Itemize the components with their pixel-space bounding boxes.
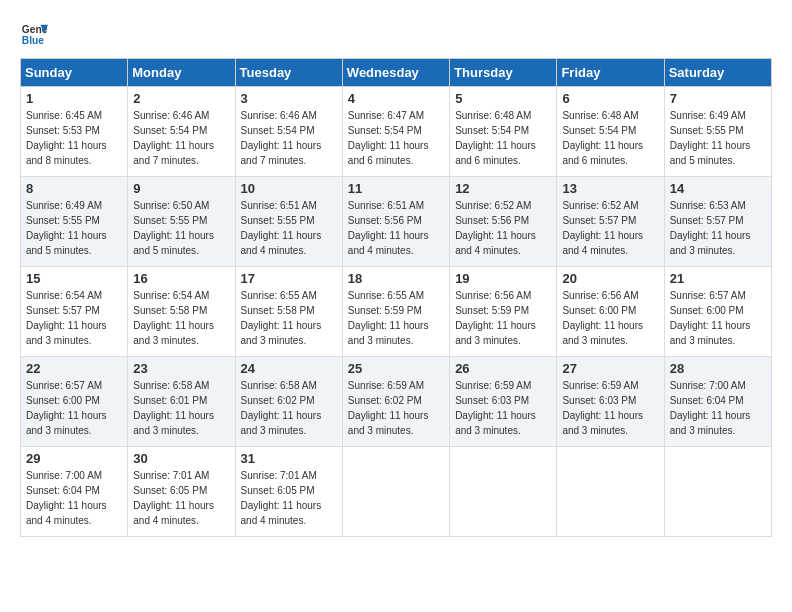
day-number: 9 xyxy=(133,181,229,196)
weekday-header-tuesday: Tuesday xyxy=(235,59,342,87)
day-info: Sunrise: 6:54 AMSunset: 5:58 PMDaylight:… xyxy=(133,288,229,348)
day-info: Sunrise: 6:59 AMSunset: 6:02 PMDaylight:… xyxy=(348,378,444,438)
day-number: 22 xyxy=(26,361,122,376)
calendar-cell: 18 Sunrise: 6:55 AMSunset: 5:59 PMDaylig… xyxy=(342,267,449,357)
day-number: 24 xyxy=(241,361,337,376)
calendar-cell: 28 Sunrise: 7:00 AMSunset: 6:04 PMDaylig… xyxy=(664,357,771,447)
day-number: 26 xyxy=(455,361,551,376)
calendar-week-1: 1 Sunrise: 6:45 AMSunset: 5:53 PMDayligh… xyxy=(21,87,772,177)
calendar-cell: 24 Sunrise: 6:58 AMSunset: 6:02 PMDaylig… xyxy=(235,357,342,447)
day-info: Sunrise: 6:57 AMSunset: 6:00 PMDaylight:… xyxy=(670,288,766,348)
day-number: 3 xyxy=(241,91,337,106)
calendar-cell: 15 Sunrise: 6:54 AMSunset: 5:57 PMDaylig… xyxy=(21,267,128,357)
day-info: Sunrise: 7:00 AMSunset: 6:04 PMDaylight:… xyxy=(26,468,122,528)
day-number: 11 xyxy=(348,181,444,196)
weekday-header-thursday: Thursday xyxy=(450,59,557,87)
day-number: 29 xyxy=(26,451,122,466)
day-number: 8 xyxy=(26,181,122,196)
calendar-cell: 27 Sunrise: 6:59 AMSunset: 6:03 PMDaylig… xyxy=(557,357,664,447)
day-number: 4 xyxy=(348,91,444,106)
calendar-cell: 22 Sunrise: 6:57 AMSunset: 6:00 PMDaylig… xyxy=(21,357,128,447)
calendar-cell: 20 Sunrise: 6:56 AMSunset: 6:00 PMDaylig… xyxy=(557,267,664,357)
day-info: Sunrise: 6:49 AMSunset: 5:55 PMDaylight:… xyxy=(26,198,122,258)
day-info: Sunrise: 6:52 AMSunset: 5:57 PMDaylight:… xyxy=(562,198,658,258)
calendar-table: SundayMondayTuesdayWednesdayThursdayFrid… xyxy=(20,58,772,537)
weekday-header-sunday: Sunday xyxy=(21,59,128,87)
day-info: Sunrise: 6:51 AMSunset: 5:55 PMDaylight:… xyxy=(241,198,337,258)
weekday-header-monday: Monday xyxy=(128,59,235,87)
day-number: 19 xyxy=(455,271,551,286)
day-number: 17 xyxy=(241,271,337,286)
day-number: 23 xyxy=(133,361,229,376)
day-info: Sunrise: 7:01 AMSunset: 6:05 PMDaylight:… xyxy=(133,468,229,528)
day-number: 12 xyxy=(455,181,551,196)
day-number: 31 xyxy=(241,451,337,466)
day-info: Sunrise: 6:45 AMSunset: 5:53 PMDaylight:… xyxy=(26,108,122,168)
weekday-header-friday: Friday xyxy=(557,59,664,87)
day-info: Sunrise: 6:49 AMSunset: 5:55 PMDaylight:… xyxy=(670,108,766,168)
day-info: Sunrise: 6:59 AMSunset: 6:03 PMDaylight:… xyxy=(562,378,658,438)
calendar-cell: 23 Sunrise: 6:58 AMSunset: 6:01 PMDaylig… xyxy=(128,357,235,447)
day-info: Sunrise: 6:55 AMSunset: 5:58 PMDaylight:… xyxy=(241,288,337,348)
calendar-body: 1 Sunrise: 6:45 AMSunset: 5:53 PMDayligh… xyxy=(21,87,772,537)
day-info: Sunrise: 6:52 AMSunset: 5:56 PMDaylight:… xyxy=(455,198,551,258)
day-info: Sunrise: 6:55 AMSunset: 5:59 PMDaylight:… xyxy=(348,288,444,348)
day-info: Sunrise: 6:56 AMSunset: 6:00 PMDaylight:… xyxy=(562,288,658,348)
calendar-week-4: 22 Sunrise: 6:57 AMSunset: 6:00 PMDaylig… xyxy=(21,357,772,447)
day-info: Sunrise: 6:58 AMSunset: 6:01 PMDaylight:… xyxy=(133,378,229,438)
calendar-cell: 8 Sunrise: 6:49 AMSunset: 5:55 PMDayligh… xyxy=(21,177,128,267)
day-number: 18 xyxy=(348,271,444,286)
calendar-cell: 21 Sunrise: 6:57 AMSunset: 6:00 PMDaylig… xyxy=(664,267,771,357)
day-number: 30 xyxy=(133,451,229,466)
day-number: 20 xyxy=(562,271,658,286)
calendar-cell: 11 Sunrise: 6:51 AMSunset: 5:56 PMDaylig… xyxy=(342,177,449,267)
calendar-cell: 14 Sunrise: 6:53 AMSunset: 5:57 PMDaylig… xyxy=(664,177,771,267)
svg-text:Blue: Blue xyxy=(22,35,45,46)
calendar-week-3: 15 Sunrise: 6:54 AMSunset: 5:57 PMDaylig… xyxy=(21,267,772,357)
calendar-cell xyxy=(664,447,771,537)
day-info: Sunrise: 7:00 AMSunset: 6:04 PMDaylight:… xyxy=(670,378,766,438)
day-info: Sunrise: 6:46 AMSunset: 5:54 PMDaylight:… xyxy=(241,108,337,168)
calendar-cell: 25 Sunrise: 6:59 AMSunset: 6:02 PMDaylig… xyxy=(342,357,449,447)
day-number: 6 xyxy=(562,91,658,106)
day-info: Sunrise: 6:54 AMSunset: 5:57 PMDaylight:… xyxy=(26,288,122,348)
day-info: Sunrise: 6:53 AMSunset: 5:57 PMDaylight:… xyxy=(670,198,766,258)
day-info: Sunrise: 6:46 AMSunset: 5:54 PMDaylight:… xyxy=(133,108,229,168)
day-info: Sunrise: 6:56 AMSunset: 5:59 PMDaylight:… xyxy=(455,288,551,348)
day-info: Sunrise: 6:50 AMSunset: 5:55 PMDaylight:… xyxy=(133,198,229,258)
calendar-week-5: 29 Sunrise: 7:00 AMSunset: 6:04 PMDaylig… xyxy=(21,447,772,537)
day-info: Sunrise: 7:01 AMSunset: 6:05 PMDaylight:… xyxy=(241,468,337,528)
page-header: General Blue xyxy=(20,20,772,48)
day-number: 1 xyxy=(26,91,122,106)
weekday-header-saturday: Saturday xyxy=(664,59,771,87)
day-info: Sunrise: 6:48 AMSunset: 5:54 PMDaylight:… xyxy=(562,108,658,168)
day-info: Sunrise: 6:51 AMSunset: 5:56 PMDaylight:… xyxy=(348,198,444,258)
logo: General Blue xyxy=(20,20,48,48)
calendar-cell xyxy=(342,447,449,537)
calendar-cell: 2 Sunrise: 6:46 AMSunset: 5:54 PMDayligh… xyxy=(128,87,235,177)
calendar-cell: 17 Sunrise: 6:55 AMSunset: 5:58 PMDaylig… xyxy=(235,267,342,357)
day-number: 25 xyxy=(348,361,444,376)
day-number: 13 xyxy=(562,181,658,196)
day-info: Sunrise: 6:48 AMSunset: 5:54 PMDaylight:… xyxy=(455,108,551,168)
calendar-cell: 12 Sunrise: 6:52 AMSunset: 5:56 PMDaylig… xyxy=(450,177,557,267)
day-number: 5 xyxy=(455,91,551,106)
day-info: Sunrise: 6:59 AMSunset: 6:03 PMDaylight:… xyxy=(455,378,551,438)
calendar-cell: 9 Sunrise: 6:50 AMSunset: 5:55 PMDayligh… xyxy=(128,177,235,267)
day-number: 7 xyxy=(670,91,766,106)
day-info: Sunrise: 6:47 AMSunset: 5:54 PMDaylight:… xyxy=(348,108,444,168)
day-number: 2 xyxy=(133,91,229,106)
calendar-cell: 5 Sunrise: 6:48 AMSunset: 5:54 PMDayligh… xyxy=(450,87,557,177)
day-info: Sunrise: 6:58 AMSunset: 6:02 PMDaylight:… xyxy=(241,378,337,438)
calendar-cell: 13 Sunrise: 6:52 AMSunset: 5:57 PMDaylig… xyxy=(557,177,664,267)
calendar-cell: 29 Sunrise: 7:00 AMSunset: 6:04 PMDaylig… xyxy=(21,447,128,537)
calendar-cell: 30 Sunrise: 7:01 AMSunset: 6:05 PMDaylig… xyxy=(128,447,235,537)
calendar-cell: 3 Sunrise: 6:46 AMSunset: 5:54 PMDayligh… xyxy=(235,87,342,177)
calendar-week-2: 8 Sunrise: 6:49 AMSunset: 5:55 PMDayligh… xyxy=(21,177,772,267)
calendar-cell: 19 Sunrise: 6:56 AMSunset: 5:59 PMDaylig… xyxy=(450,267,557,357)
calendar-cell: 16 Sunrise: 6:54 AMSunset: 5:58 PMDaylig… xyxy=(128,267,235,357)
day-number: 27 xyxy=(562,361,658,376)
day-number: 14 xyxy=(670,181,766,196)
calendar-cell: 31 Sunrise: 7:01 AMSunset: 6:05 PMDaylig… xyxy=(235,447,342,537)
calendar-cell: 1 Sunrise: 6:45 AMSunset: 5:53 PMDayligh… xyxy=(21,87,128,177)
